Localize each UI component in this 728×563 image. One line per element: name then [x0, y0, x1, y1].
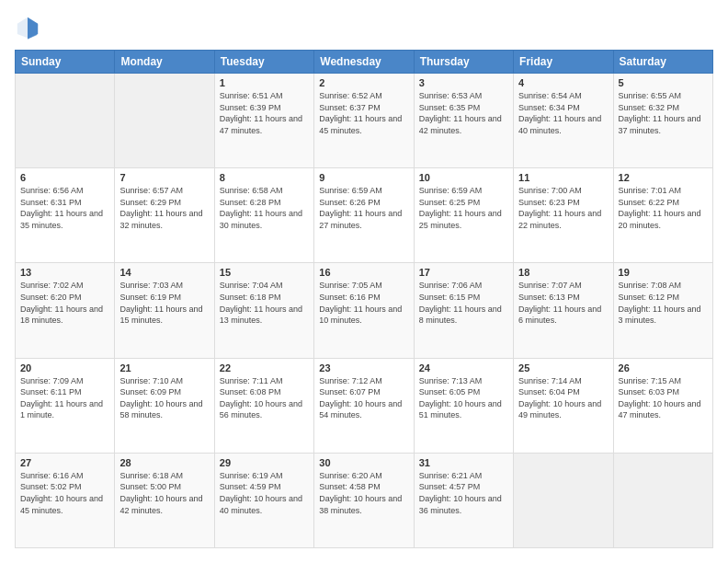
- day-cell: 20Sunrise: 7:09 AMSunset: 6:11 PMDayligh…: [16, 358, 115, 453]
- day-cell: 16Sunrise: 7:05 AMSunset: 6:16 PMDayligh…: [314, 263, 414, 358]
- day-info: Sunrise: 7:04 AMSunset: 6:18 PMDaylight:…: [220, 280, 309, 326]
- day-number: 17: [419, 267, 508, 278]
- header-cell-tuesday: Tuesday: [214, 51, 313, 74]
- day-info: Sunrise: 6:56 AMSunset: 6:31 PMDaylight:…: [20, 185, 109, 231]
- page: SundayMondayTuesdayWednesdayThursdayFrid…: [0, 0, 728, 563]
- week-row-1: 6Sunrise: 6:56 AMSunset: 6:31 PMDaylight…: [16, 168, 713, 263]
- day-info: Sunrise: 6:55 AMSunset: 6:32 PMDaylight:…: [619, 90, 708, 136]
- header: [15, 15, 713, 40]
- day-number: 2: [319, 77, 408, 88]
- day-info: Sunrise: 7:06 AMSunset: 6:15 PMDaylight:…: [419, 280, 508, 326]
- day-info: Sunrise: 7:02 AMSunset: 6:20 PMDaylight:…: [20, 280, 109, 326]
- day-cell: 21Sunrise: 7:10 AMSunset: 6:09 PMDayligh…: [115, 358, 214, 453]
- logo-icon: [15, 15, 40, 40]
- svg-marker-2: [28, 17, 38, 40]
- day-number: 12: [619, 172, 708, 183]
- day-info: Sunrise: 6:53 AMSunset: 6:35 PMDaylight:…: [419, 90, 508, 136]
- calendar-table: SundayMondayTuesdayWednesdayThursdayFrid…: [15, 50, 713, 548]
- day-number: 8: [220, 172, 309, 183]
- day-cell: [613, 453, 712, 547]
- day-cell: 29Sunrise: 6:19 AMSunset: 4:59 PMDayligh…: [214, 453, 313, 547]
- day-cell: 23Sunrise: 7:12 AMSunset: 6:07 PMDayligh…: [314, 358, 414, 453]
- day-cell: [16, 74, 115, 168]
- day-info: Sunrise: 6:54 AMSunset: 6:34 PMDaylight:…: [518, 90, 608, 136]
- day-cell: 3Sunrise: 6:53 AMSunset: 6:35 PMDaylight…: [414, 74, 513, 168]
- day-cell: 28Sunrise: 6:18 AMSunset: 5:00 PMDayligh…: [115, 453, 214, 547]
- day-cell: 1Sunrise: 6:51 AMSunset: 6:39 PMDaylight…: [214, 74, 313, 168]
- day-cell: 24Sunrise: 7:13 AMSunset: 6:05 PMDayligh…: [414, 358, 513, 453]
- day-info: Sunrise: 7:03 AMSunset: 6:19 PMDaylight:…: [119, 280, 209, 326]
- day-cell: 10Sunrise: 6:59 AMSunset: 6:25 PMDayligh…: [414, 168, 513, 263]
- day-number: 3: [419, 77, 508, 88]
- day-info: Sunrise: 7:15 AMSunset: 6:03 PMDaylight:…: [619, 375, 708, 421]
- week-row-0: 1Sunrise: 6:51 AMSunset: 6:39 PMDaylight…: [16, 74, 713, 168]
- day-cell: 15Sunrise: 7:04 AMSunset: 6:18 PMDayligh…: [214, 263, 313, 358]
- day-cell: 14Sunrise: 7:03 AMSunset: 6:19 PMDayligh…: [115, 263, 214, 358]
- header-cell-wednesday: Wednesday: [314, 51, 414, 74]
- day-number: 21: [119, 362, 209, 373]
- day-info: Sunrise: 6:57 AMSunset: 6:29 PMDaylight:…: [119, 185, 209, 231]
- day-info: Sunrise: 7:12 AMSunset: 6:07 PMDaylight:…: [319, 375, 408, 421]
- header-row: SundayMondayTuesdayWednesdayThursdayFrid…: [16, 51, 713, 74]
- day-info: Sunrise: 7:01 AMSunset: 6:22 PMDaylight:…: [619, 185, 708, 231]
- day-cell: 31Sunrise: 6:21 AMSunset: 4:57 PMDayligh…: [414, 453, 513, 547]
- day-info: Sunrise: 7:00 AMSunset: 6:23 PMDaylight:…: [518, 185, 608, 231]
- day-info: Sunrise: 6:51 AMSunset: 6:39 PMDaylight:…: [220, 90, 309, 136]
- calendar: SundayMondayTuesdayWednesdayThursdayFrid…: [15, 50, 713, 548]
- week-row-2: 13Sunrise: 7:02 AMSunset: 6:20 PMDayligh…: [16, 263, 713, 358]
- header-cell-saturday: Saturday: [613, 51, 712, 74]
- day-info: Sunrise: 7:10 AMSunset: 6:09 PMDaylight:…: [119, 375, 209, 421]
- day-number: 13: [20, 267, 109, 278]
- day-number: 7: [119, 172, 209, 183]
- header-cell-monday: Monday: [115, 51, 214, 74]
- day-number: 20: [20, 362, 109, 373]
- week-row-3: 20Sunrise: 7:09 AMSunset: 6:11 PMDayligh…: [16, 358, 713, 453]
- day-info: Sunrise: 7:07 AMSunset: 6:13 PMDaylight:…: [518, 280, 608, 326]
- day-number: 18: [518, 267, 608, 278]
- day-cell: 22Sunrise: 7:11 AMSunset: 6:08 PMDayligh…: [214, 358, 313, 453]
- day-info: Sunrise: 6:59 AMSunset: 6:25 PMDaylight:…: [419, 185, 508, 231]
- day-cell: 12Sunrise: 7:01 AMSunset: 6:22 PMDayligh…: [613, 168, 712, 263]
- calendar-header: SundayMondayTuesdayWednesdayThursdayFrid…: [16, 51, 713, 74]
- day-cell: 5Sunrise: 6:55 AMSunset: 6:32 PMDaylight…: [613, 74, 712, 168]
- day-number: 19: [619, 267, 708, 278]
- day-info: Sunrise: 6:52 AMSunset: 6:37 PMDaylight:…: [319, 90, 408, 136]
- day-number: 16: [319, 267, 408, 278]
- day-info: Sunrise: 7:14 AMSunset: 6:04 PMDaylight:…: [518, 375, 608, 421]
- day-cell: 18Sunrise: 7:07 AMSunset: 6:13 PMDayligh…: [514, 263, 613, 358]
- day-number: 4: [518, 77, 608, 88]
- day-number: 1: [220, 77, 309, 88]
- day-number: 30: [319, 457, 408, 468]
- day-info: Sunrise: 7:09 AMSunset: 6:11 PMDaylight:…: [20, 375, 109, 421]
- day-cell: [115, 74, 214, 168]
- day-info: Sunrise: 7:08 AMSunset: 6:12 PMDaylight:…: [619, 280, 708, 326]
- day-info: Sunrise: 6:21 AMSunset: 4:57 PMDaylight:…: [419, 470, 508, 516]
- day-info: Sunrise: 6:19 AMSunset: 4:59 PMDaylight:…: [220, 470, 309, 516]
- day-info: Sunrise: 6:16 AMSunset: 5:02 PMDaylight:…: [20, 470, 109, 516]
- day-cell: 8Sunrise: 6:58 AMSunset: 6:28 PMDaylight…: [214, 168, 313, 263]
- day-cell: 25Sunrise: 7:14 AMSunset: 6:04 PMDayligh…: [514, 358, 613, 453]
- header-cell-friday: Friday: [514, 51, 613, 74]
- day-cell: 7Sunrise: 6:57 AMSunset: 6:29 PMDaylight…: [115, 168, 214, 263]
- day-number: 28: [119, 457, 209, 468]
- day-info: Sunrise: 7:13 AMSunset: 6:05 PMDaylight:…: [419, 375, 508, 421]
- day-number: 23: [319, 362, 408, 373]
- day-number: 11: [518, 172, 608, 183]
- day-number: 9: [319, 172, 408, 183]
- day-number: 14: [119, 267, 209, 278]
- day-number: 24: [419, 362, 508, 373]
- day-number: 10: [419, 172, 508, 183]
- day-cell: 13Sunrise: 7:02 AMSunset: 6:20 PMDayligh…: [16, 263, 115, 358]
- day-cell: 6Sunrise: 6:56 AMSunset: 6:31 PMDaylight…: [16, 168, 115, 263]
- day-info: Sunrise: 6:59 AMSunset: 6:26 PMDaylight:…: [319, 185, 408, 231]
- day-cell: [514, 453, 613, 547]
- day-number: 26: [619, 362, 708, 373]
- day-cell: 9Sunrise: 6:59 AMSunset: 6:26 PMDaylight…: [314, 168, 414, 263]
- day-cell: 4Sunrise: 6:54 AMSunset: 6:34 PMDaylight…: [514, 74, 613, 168]
- day-number: 27: [20, 457, 109, 468]
- day-info: Sunrise: 6:20 AMSunset: 4:58 PMDaylight:…: [319, 470, 408, 516]
- day-number: 5: [619, 77, 708, 88]
- day-cell: 30Sunrise: 6:20 AMSunset: 4:58 PMDayligh…: [314, 453, 414, 547]
- day-info: Sunrise: 7:05 AMSunset: 6:16 PMDaylight:…: [319, 280, 408, 326]
- day-cell: 11Sunrise: 7:00 AMSunset: 6:23 PMDayligh…: [514, 168, 613, 263]
